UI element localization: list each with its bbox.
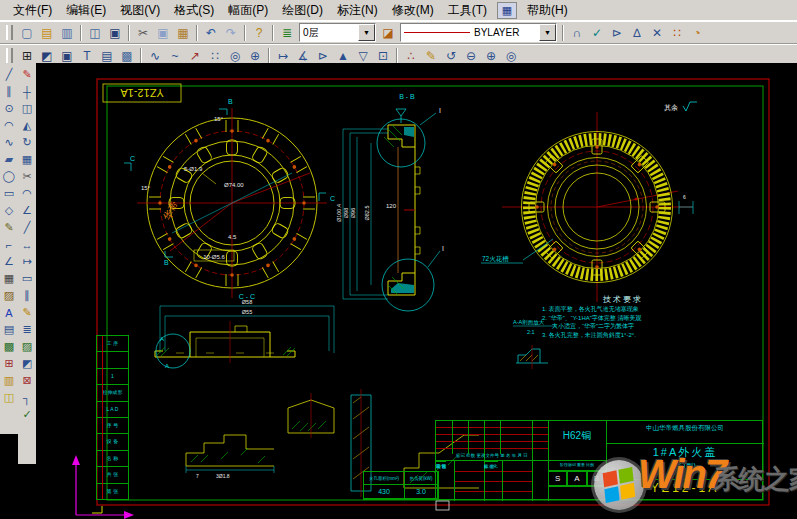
- undo-icon[interactable]: ↶: [201, 24, 221, 42]
- parallel-icon[interactable]: ∥: [1, 83, 18, 100]
- barcode-icon[interactable]: ▥: [1, 372, 18, 389]
- array-icon[interactable]: ▦: [19, 151, 36, 168]
- layer-manager-icon[interactable]: ≣: [277, 24, 297, 42]
- zoom-in-icon[interactable]: ⊕: [481, 47, 501, 65]
- trim-icon[interactable]: ✂: [19, 168, 36, 185]
- move-icon[interactable]: ┼: [19, 83, 36, 100]
- mirror-icon[interactable]: ◭: [19, 117, 36, 134]
- zoom-extents-icon[interactable]: ◎: [501, 47, 521, 65]
- print-icon[interactable]: ◫: [85, 24, 105, 42]
- cut-icon[interactable]: ✂: [133, 24, 153, 42]
- arrow-tool-icon[interactable]: ↗: [185, 47, 205, 65]
- rectangle-icon[interactable]: ▭: [1, 185, 18, 202]
- sketch-edit-icon[interactable]: ✎: [421, 47, 441, 65]
- ole-icon[interactable]: ◫: [1, 389, 18, 406]
- text-style-icon[interactable]: T: [77, 47, 97, 65]
- delete-icon[interactable]: ✎: [19, 66, 36, 83]
- sketch-icon[interactable]: ✎: [1, 219, 18, 236]
- toolbar-grip[interactable]: [6, 48, 13, 63]
- break-icon[interactable]: ╱: [19, 219, 36, 236]
- grid-icon[interactable]: ⊞: [1, 355, 18, 372]
- scale-icon[interactable]: ▭: [19, 270, 36, 287]
- zoom-out-icon[interactable]: ⊖: [461, 47, 481, 65]
- hatch-icon[interactable]: ▦: [1, 270, 18, 287]
- stretch-icon[interactable]: ↔: [19, 236, 36, 253]
- zoom-window-icon[interactable]: ◩: [37, 47, 57, 65]
- block-icon[interactable]: ▤: [1, 321, 18, 338]
- help-icon[interactable]: ?: [249, 24, 269, 42]
- angle-tool-icon[interactable]: ∆: [627, 24, 647, 42]
- angle-line-icon[interactable]: ∠: [1, 253, 18, 270]
- embedded-doc-icon[interactable]: ▦: [497, 2, 517, 19]
- chevron-down-icon[interactable]: ▼: [539, 24, 556, 41]
- menu-item[interactable]: 编辑(E): [59, 0, 113, 21]
- pick-icon[interactable]: ⊳: [607, 24, 627, 42]
- menu-item[interactable]: 幅面(P): [221, 0, 275, 21]
- drawing-canvas[interactable]: YZ12-1A Ø74.00 5-Ø1.9 4.5 10-Ø5.6 15° 15…: [36, 63, 797, 519]
- menu-item[interactable]: 绘图(D): [275, 0, 330, 21]
- probe-icon[interactable]: ◎: [225, 47, 245, 65]
- extend-icon[interactable]: ↦: [19, 253, 36, 270]
- save-icon[interactable]: ▥: [57, 24, 77, 42]
- dim-leader-icon[interactable]: ⊳: [313, 47, 333, 65]
- print-preview-icon[interactable]: ▣: [105, 24, 125, 42]
- menu-item[interactable]: 修改(M): [385, 0, 441, 21]
- menu-item[interactable]: 视图(V): [113, 0, 167, 21]
- check-icon[interactable]: ✓: [19, 406, 36, 423]
- properties-icon[interactable]: ≣: [19, 321, 36, 338]
- corner-icon[interactable]: ┐: [19, 389, 36, 406]
- menu-item[interactable]: 工具(T): [441, 0, 494, 21]
- layer-show-icon[interactable]: ▤: [97, 47, 117, 65]
- cross-tool-icon[interactable]: ✕: [647, 24, 667, 42]
- redo-icon[interactable]: ↷: [221, 24, 241, 42]
- zoom-fit-icon[interactable]: ⊞: [17, 47, 37, 65]
- spline-tool-icon[interactable]: ∿: [145, 47, 165, 65]
- menu-item-help[interactable]: 帮助(H): [520, 0, 575, 21]
- polyline-icon[interactable]: ⌐: [1, 236, 18, 253]
- ellipse-icon[interactable]: ◯: [1, 168, 18, 185]
- circle-icon[interactable]: ⊙: [1, 100, 18, 117]
- dots-tool-icon[interactable]: ∷: [667, 24, 687, 42]
- image-icon[interactable]: ▨: [1, 287, 18, 304]
- chamfer-icon[interactable]: ∠: [19, 202, 36, 219]
- edit-icon[interactable]: ✎: [19, 304, 36, 321]
- fillet-icon[interactable]: ◠: [19, 185, 36, 202]
- region-icon[interactable]: ◩: [19, 355, 36, 372]
- wave-tool-icon[interactable]: ~: [165, 47, 185, 65]
- target-icon[interactable]: ⊕: [245, 47, 265, 65]
- ortho-icon[interactable]: ∩: [567, 24, 587, 42]
- toolbar-grip[interactable]: [6, 25, 13, 40]
- new-icon[interactable]: ▢: [17, 24, 37, 42]
- spline-icon[interactable]: ∿: [1, 134, 18, 151]
- layer-color-button[interactable]: ◪: [378, 24, 398, 42]
- open-icon[interactable]: ▤: [37, 24, 57, 42]
- explode-icon[interactable]: ⊠: [19, 372, 36, 389]
- rotate-icon[interactable]: ↻: [19, 134, 36, 151]
- points-tool-icon[interactable]: ∷: [205, 47, 225, 65]
- offset-icon[interactable]: ∥: [19, 287, 36, 304]
- dim-box-icon[interactable]: ⊡: [373, 47, 393, 65]
- menu-item[interactable]: 文件(F): [6, 0, 59, 21]
- menu-item[interactable]: 标注(N): [330, 0, 385, 21]
- dim-down-icon[interactable]: ▽: [353, 47, 373, 65]
- render-icon[interactable]: ▩: [117, 47, 137, 65]
- palette-icon[interactable]: ◔: [687, 24, 707, 42]
- zoom-prev-icon[interactable]: ↺: [441, 47, 461, 65]
- line-icon[interactable]: ╱: [1, 66, 18, 83]
- polygon-icon[interactable]: ◇: [1, 202, 18, 219]
- menu-item[interactable]: 格式(S): [167, 0, 221, 21]
- copy-obj-icon[interactable]: ◫: [19, 100, 36, 117]
- snap-check-icon[interactable]: ✓: [587, 24, 607, 42]
- copy-icon[interactable]: ▣: [153, 24, 173, 42]
- match-icon[interactable]: ▨: [19, 338, 36, 355]
- layer-combo[interactable]: 0层 ▼: [299, 23, 376, 42]
- text-icon[interactable]: A: [1, 304, 18, 321]
- view-restore-icon[interactable]: ▣: [57, 47, 77, 65]
- dim-horizontal-icon[interactable]: ↦: [273, 47, 293, 65]
- solid-rect-icon[interactable]: ▰: [1, 151, 18, 168]
- linetype-combo[interactable]: BYLAYER ▼: [400, 23, 557, 42]
- library-icon[interactable]: ▩: [1, 338, 18, 355]
- dim-angle-icon[interactable]: ∡: [293, 47, 313, 65]
- chevron-down-icon[interactable]: ▼: [358, 24, 375, 41]
- dim-style-icon[interactable]: ∴: [401, 47, 421, 65]
